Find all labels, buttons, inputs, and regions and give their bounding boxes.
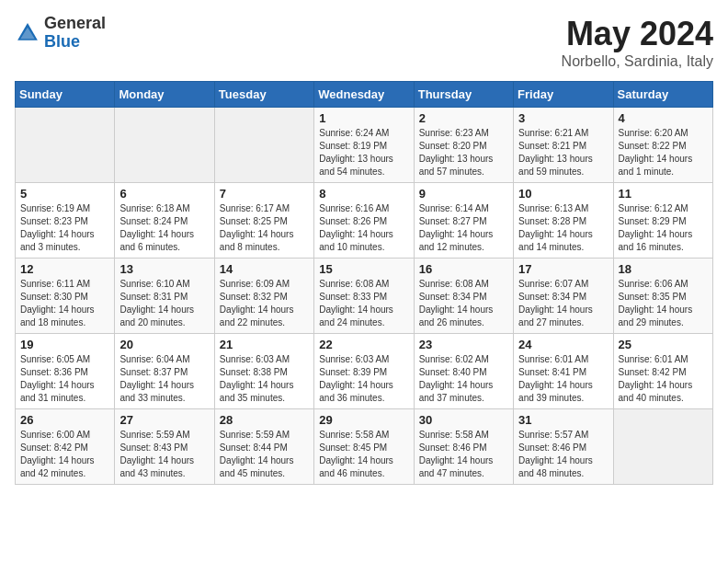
day-number: 25 — [619, 338, 708, 351]
day-info: Sunrise: 6:20 AMSunset: 8:22 PMDaylight:… — [619, 127, 708, 178]
day-number: 22 — [319, 338, 408, 351]
day-number: 8 — [319, 187, 408, 201]
calendar-header: SundayMondayTuesdayWednesdayThursdayFrid… — [16, 82, 713, 108]
day-info: Sunrise: 6:11 AMSunset: 8:30 PMDaylight:… — [20, 278, 109, 329]
calendar-cell: 13Sunrise: 6:10 AMSunset: 8:31 PMDayligh… — [115, 259, 214, 334]
calendar-cell — [613, 409, 712, 485]
calendar-cell: 19Sunrise: 6:05 AMSunset: 8:36 PMDayligh… — [16, 334, 115, 409]
weekday-header-wednesday: Wednesday — [314, 82, 414, 108]
calendar-cell: 9Sunrise: 6:14 AMSunset: 8:27 PMDaylight… — [414, 183, 513, 259]
weekday-header-row: SundayMondayTuesdayWednesdayThursdayFrid… — [16, 82, 713, 108]
day-info: Sunrise: 6:02 AMSunset: 8:40 PMDaylight:… — [419, 353, 508, 405]
calendar-cell: 22Sunrise: 6:03 AMSunset: 8:39 PMDayligh… — [314, 334, 414, 409]
day-number: 21 — [220, 338, 309, 351]
calendar-cell: 26Sunrise: 6:00 AMSunset: 8:42 PMDayligh… — [16, 409, 115, 485]
calendar-cell: 1Sunrise: 6:24 AMSunset: 8:19 PMDaylight… — [314, 108, 414, 183]
weekday-header-monday: Monday — [115, 82, 214, 108]
day-info: Sunrise: 6:03 AMSunset: 8:39 PMDaylight:… — [319, 353, 408, 405]
calendar-week-row: 1Sunrise: 6:24 AMSunset: 8:19 PMDaylight… — [16, 108, 713, 183]
calendar-cell: 29Sunrise: 5:58 AMSunset: 8:45 PMDayligh… — [314, 409, 414, 485]
day-number: 31 — [518, 413, 608, 427]
logo-general-text: General — [44, 15, 106, 33]
calendar-cell: 24Sunrise: 6:01 AMSunset: 8:41 PMDayligh… — [514, 334, 613, 409]
day-info: Sunrise: 6:21 AMSunset: 8:21 PMDaylight:… — [518, 127, 608, 178]
day-info: Sunrise: 6:24 AMSunset: 8:19 PMDaylight:… — [319, 127, 408, 178]
logo-blue-text: Blue — [44, 33, 106, 52]
day-number: 14 — [220, 262, 309, 276]
weekday-header-friday: Friday — [514, 82, 613, 108]
day-number: 7 — [220, 187, 309, 201]
day-info: Sunrise: 6:10 AMSunset: 8:31 PMDaylight:… — [119, 278, 209, 329]
calendar-cell — [115, 108, 214, 183]
calendar-cell: 12Sunrise: 6:11 AMSunset: 8:30 PMDayligh… — [16, 259, 115, 334]
calendar-week-row: 5Sunrise: 6:19 AMSunset: 8:23 PMDaylight… — [16, 183, 713, 259]
calendar-cell: 6Sunrise: 6:18 AMSunset: 8:24 PMDaylight… — [115, 183, 214, 259]
weekday-header-thursday: Thursday — [414, 82, 513, 108]
day-info: Sunrise: 6:07 AMSunset: 8:34 PMDaylight:… — [518, 278, 608, 329]
weekday-header-sunday: Sunday — [16, 82, 115, 108]
calendar-cell: 17Sunrise: 6:07 AMSunset: 8:34 PMDayligh… — [514, 259, 613, 334]
day-info: Sunrise: 6:18 AMSunset: 8:24 PMDaylight:… — [119, 202, 209, 254]
day-info: Sunrise: 6:09 AMSunset: 8:32 PMDaylight:… — [220, 278, 309, 329]
calendar-cell: 11Sunrise: 6:12 AMSunset: 8:29 PMDayligh… — [613, 183, 712, 259]
day-number: 10 — [518, 187, 608, 201]
day-info: Sunrise: 5:58 AMSunset: 8:46 PMDaylight:… — [419, 429, 508, 480]
day-info: Sunrise: 6:13 AMSunset: 8:28 PMDaylight:… — [518, 202, 608, 254]
day-number: 17 — [518, 262, 608, 276]
calendar-cell: 20Sunrise: 6:04 AMSunset: 8:37 PMDayligh… — [115, 334, 214, 409]
page-header: General Blue May 2024 Norbello, Sardinia… — [15, 15, 713, 70]
day-number: 26 — [20, 413, 109, 427]
day-info: Sunrise: 6:01 AMSunset: 8:42 PMDaylight:… — [619, 353, 708, 405]
day-number: 12 — [20, 262, 109, 276]
calendar-cell: 14Sunrise: 6:09 AMSunset: 8:32 PMDayligh… — [214, 259, 313, 334]
weekday-header-saturday: Saturday — [613, 82, 712, 108]
day-info: Sunrise: 6:04 AMSunset: 8:37 PMDaylight:… — [119, 353, 209, 405]
day-info: Sunrise: 5:58 AMSunset: 8:45 PMDaylight:… — [319, 429, 408, 480]
calendar-cell: 18Sunrise: 6:06 AMSunset: 8:35 PMDayligh… — [613, 259, 712, 334]
calendar-cell: 16Sunrise: 6:08 AMSunset: 8:34 PMDayligh… — [414, 259, 513, 334]
calendar-cell — [16, 108, 115, 183]
day-info: Sunrise: 6:08 AMSunset: 8:34 PMDaylight:… — [419, 278, 508, 329]
day-info: Sunrise: 6:19 AMSunset: 8:23 PMDaylight:… — [20, 202, 109, 254]
calendar-cell: 15Sunrise: 6:08 AMSunset: 8:33 PMDayligh… — [314, 259, 414, 334]
calendar-cell: 10Sunrise: 6:13 AMSunset: 8:28 PMDayligh… — [514, 183, 613, 259]
day-number: 29 — [319, 413, 408, 427]
calendar-week-row: 12Sunrise: 6:11 AMSunset: 8:30 PMDayligh… — [16, 259, 713, 334]
logo-icon — [15, 20, 40, 46]
day-info: Sunrise: 6:05 AMSunset: 8:36 PMDaylight:… — [20, 353, 109, 405]
day-number: 4 — [619, 111, 708, 125]
calendar-table: SundayMondayTuesdayWednesdayThursdayFrid… — [15, 81, 713, 485]
day-number: 27 — [119, 413, 209, 427]
calendar-cell: 7Sunrise: 6:17 AMSunset: 8:25 PMDaylight… — [214, 183, 313, 259]
calendar-cell: 5Sunrise: 6:19 AMSunset: 8:23 PMDaylight… — [16, 183, 115, 259]
day-number: 24 — [518, 338, 608, 351]
calendar-cell: 30Sunrise: 5:58 AMSunset: 8:46 PMDayligh… — [414, 409, 513, 485]
calendar-week-row: 26Sunrise: 6:00 AMSunset: 8:42 PMDayligh… — [16, 409, 713, 485]
day-info: Sunrise: 6:08 AMSunset: 8:33 PMDaylight:… — [319, 278, 408, 329]
calendar-week-row: 19Sunrise: 6:05 AMSunset: 8:36 PMDayligh… — [16, 334, 713, 409]
day-info: Sunrise: 6:17 AMSunset: 8:25 PMDaylight:… — [220, 202, 309, 254]
calendar-cell: 28Sunrise: 5:59 AMSunset: 8:44 PMDayligh… — [214, 409, 313, 485]
day-number: 9 — [419, 187, 508, 201]
day-number: 2 — [419, 111, 508, 125]
day-info: Sunrise: 6:06 AMSunset: 8:35 PMDaylight:… — [619, 278, 708, 329]
logo-text: General Blue — [44, 15, 106, 52]
day-number: 23 — [419, 338, 508, 351]
calendar-cell: 21Sunrise: 6:03 AMSunset: 8:38 PMDayligh… — [214, 334, 313, 409]
day-info: Sunrise: 6:16 AMSunset: 8:26 PMDaylight:… — [319, 202, 408, 254]
day-number: 11 — [619, 187, 708, 201]
day-info: Sunrise: 6:01 AMSunset: 8:41 PMDaylight:… — [518, 353, 608, 405]
day-number: 3 — [518, 111, 608, 125]
calendar-body: 1Sunrise: 6:24 AMSunset: 8:19 PMDaylight… — [16, 108, 713, 485]
day-info: Sunrise: 5:57 AMSunset: 8:46 PMDaylight:… — [518, 429, 608, 480]
day-info: Sunrise: 6:03 AMSunset: 8:38 PMDaylight:… — [220, 353, 309, 405]
calendar-cell: 4Sunrise: 6:20 AMSunset: 8:22 PMDaylight… — [613, 108, 712, 183]
day-number: 19 — [20, 338, 109, 351]
day-info: Sunrise: 6:23 AMSunset: 8:20 PMDaylight:… — [419, 127, 508, 178]
calendar-cell: 23Sunrise: 6:02 AMSunset: 8:40 PMDayligh… — [414, 334, 513, 409]
day-number: 28 — [220, 413, 309, 427]
calendar-cell: 31Sunrise: 5:57 AMSunset: 8:46 PMDayligh… — [514, 409, 613, 485]
day-info: Sunrise: 6:12 AMSunset: 8:29 PMDaylight:… — [619, 202, 708, 254]
day-number: 5 — [20, 187, 109, 201]
day-number: 6 — [119, 187, 209, 201]
